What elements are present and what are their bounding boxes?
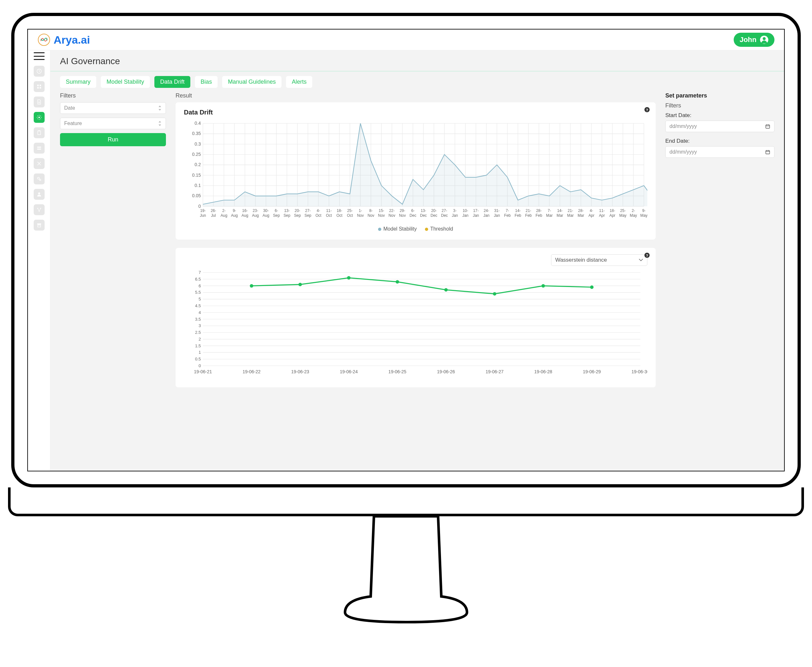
svg-text:3.5: 3.5 (195, 317, 201, 322)
svg-text:8-: 8- (369, 208, 373, 213)
svg-text:2.5: 2.5 (195, 330, 201, 335)
rail-item-3[interactable] (34, 96, 45, 108)
svg-text:6-: 6- (411, 208, 415, 213)
help-icon[interactable]: ? (644, 107, 650, 113)
svg-text:19-06-25: 19-06-25 (388, 369, 406, 375)
svg-text:6.5: 6.5 (195, 277, 201, 282)
rail-item-2[interactable] (34, 81, 45, 92)
svg-text:Feb: Feb (514, 213, 521, 218)
tab-manual-guidelines[interactable]: Manual Guidelines (222, 76, 281, 88)
svg-text:3: 3 (199, 324, 201, 329)
svg-text:21-: 21- (568, 208, 573, 213)
svg-text:May: May (640, 213, 647, 218)
rail-item-8[interactable] (34, 174, 45, 184)
svg-text:13-: 13- (421, 208, 426, 213)
chart-1-svg: 00.050.10.150.20.250.30.350.419-Jun26-Ju… (184, 120, 647, 224)
rail-item-5[interactable] (34, 127, 45, 138)
calendar-icon (765, 124, 770, 129)
svg-text:9-: 9- (233, 208, 236, 213)
svg-text:2-: 2- (632, 208, 635, 213)
svg-text:Jul: Jul (211, 213, 216, 218)
legend-dot-gold (425, 228, 428, 231)
user-menu[interactable]: John (734, 33, 774, 47)
svg-text:Nov: Nov (389, 213, 395, 218)
tools-icon (36, 161, 42, 166)
svg-text:Apr: Apr (599, 213, 605, 218)
result-column: Result ? Data Drift 00.050.10.150.20.250… (176, 92, 656, 465)
svg-rect-20 (38, 225, 40, 227)
date-select-label: Date (64, 105, 75, 111)
svg-text:4.5: 4.5 (195, 304, 201, 308)
rail-item-4-active[interactable] (34, 112, 45, 123)
feature-select[interactable]: Feature (60, 118, 166, 129)
svg-text:Jan: Jan (463, 213, 469, 218)
svg-text:2-: 2- (222, 208, 226, 213)
calendar-icon (765, 149, 770, 154)
end-date-placeholder: dd/mm/yyyy (669, 149, 697, 155)
rail-item-10[interactable] (34, 204, 45, 215)
start-date-label: Start Date: (666, 112, 774, 119)
wasserstein-card: ? Wasserstein distance 00.511.522.533.54… (176, 248, 656, 387)
svg-text:10-: 10- (463, 208, 468, 213)
brand[interactable]: Arya.ai (38, 33, 90, 46)
rail-item-6[interactable] (34, 143, 45, 154)
svg-text:Dec: Dec (409, 213, 416, 218)
svg-text:Mar: Mar (567, 213, 574, 218)
tab-summary[interactable]: Summary (60, 76, 96, 88)
svg-text:25-: 25- (347, 208, 353, 213)
svg-rect-7 (40, 87, 41, 89)
svg-rect-10 (38, 131, 40, 131)
svg-point-14 (39, 179, 41, 181)
rail-item-1[interactable] (34, 66, 45, 76)
svg-point-214 (347, 276, 351, 280)
layers-icon (36, 145, 42, 151)
app-root: Arya.ai John (28, 30, 784, 471)
start-date-placeholder: dd/mm/yyyy (669, 123, 697, 129)
svg-text:25-: 25- (620, 208, 626, 213)
svg-text:May: May (619, 213, 626, 218)
svg-text:16-: 16- (242, 208, 248, 213)
svg-text:0.15: 0.15 (192, 173, 201, 178)
svg-text:20-: 20- (295, 208, 300, 213)
rail-item-11[interactable] (34, 220, 45, 231)
end-date-label: End Date: (666, 138, 774, 144)
svg-text:Jun: Jun (200, 213, 206, 218)
svg-text:19-06-23: 19-06-23 (291, 369, 309, 375)
body: AI Governance SummaryModel StabilityData… (28, 50, 784, 471)
svg-text:5: 5 (199, 297, 201, 302)
tab-alerts[interactable]: Alerts (286, 76, 312, 88)
help-icon[interactable]: ? (644, 252, 650, 258)
tab-model-stability[interactable]: Model Stability (101, 76, 150, 88)
gear-icon (36, 114, 42, 120)
svg-text:19-06-30: 19-06-30 (631, 369, 647, 375)
archive-icon (36, 222, 42, 228)
metric-select[interactable]: Wasserstein distance (551, 254, 647, 266)
svg-text:28-: 28- (578, 208, 584, 213)
clipboard-icon (36, 130, 42, 136)
svg-text:Jan: Jan (483, 213, 489, 218)
svg-text:Sep: Sep (273, 213, 280, 218)
feature-select-label: Feature (64, 121, 82, 126)
svg-text:Aug: Aug (242, 213, 248, 218)
svg-text:11-: 11- (599, 208, 605, 213)
metric-select-label: Wasserstein distance (555, 257, 607, 263)
nav-rail (28, 50, 50, 471)
end-date-input[interactable]: dd/mm/yyyy (666, 146, 774, 158)
tab-bias[interactable]: Bias (195, 76, 218, 88)
svg-rect-221 (766, 150, 770, 154)
svg-text:Oct: Oct (336, 213, 343, 218)
svg-text:14-: 14- (515, 208, 521, 213)
rail-item-7[interactable] (34, 158, 45, 169)
menu-toggle-icon[interactable] (34, 52, 45, 60)
tab-data-drift[interactable]: Data Drift (155, 76, 190, 88)
svg-rect-220 (766, 125, 770, 128)
brand-logo-icon (38, 33, 50, 46)
svg-text:Mar: Mar (557, 213, 563, 218)
start-date-input[interactable]: dd/mm/yyyy (666, 121, 774, 132)
rail-item-9[interactable] (34, 189, 45, 200)
svg-text:6: 6 (199, 284, 201, 288)
run-button[interactable]: Run (60, 133, 166, 146)
params-sub-label: Filters (666, 102, 774, 109)
svg-text:Aug: Aug (263, 213, 269, 218)
date-select[interactable]: Date (60, 102, 166, 114)
